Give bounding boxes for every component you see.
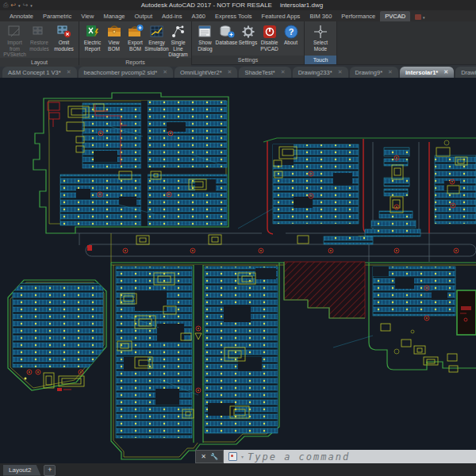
ribbon-tab-bim-360[interactable]: BIM 360 xyxy=(305,11,336,21)
select-mode-button[interactable]: Select Mode xyxy=(307,23,334,52)
ribbon-group-label: Layout xyxy=(0,58,79,67)
omit-modules-button[interactable]: Omit modules xyxy=(52,23,76,52)
recent-commands-caret-icon[interactable]: ▾ xyxy=(241,454,244,459)
file-tab-drawing233[interactable]: Drawing233*✕ xyxy=(293,67,348,78)
building-top-right xyxy=(429,140,476,233)
ribbon-tab-add-ins[interactable]: Add-ins xyxy=(157,11,186,21)
access-road xyxy=(75,233,476,265)
energy-simulation-button[interactable]: Energy Simulation xyxy=(146,23,167,52)
settings-gear-icon xyxy=(240,24,256,40)
ribbon-button-label: Database xyxy=(216,40,238,46)
view-bom-icon xyxy=(106,24,122,40)
file-tab-drawing10[interactable]: Drawing10*✕ xyxy=(455,67,476,78)
file-tab-drawing9[interactable]: Drawing9*✕ xyxy=(350,67,398,78)
ribbon-tab-express-tools[interactable]: Express Tools xyxy=(210,11,257,21)
close-tab-icon[interactable]: ✕ xyxy=(228,69,232,75)
restore-modules-icon xyxy=(32,24,48,40)
disable-pvcad-button[interactable]: Disable PVCAD xyxy=(259,23,280,52)
ribbon-tab-bar: AnnotateParametricViewManageOutputAdd-in… xyxy=(0,10,476,21)
undo-caret-icon[interactable]: ▾ xyxy=(18,3,21,8)
show-dialog-button[interactable]: Show Dialog xyxy=(194,23,216,52)
ribbon-tab-a360[interactable]: A360 xyxy=(186,11,210,21)
ribbon-group-label: Settings xyxy=(192,56,304,64)
export-bom-button[interactable]: Export BOM xyxy=(125,23,146,52)
close-tab-icon[interactable]: ✕ xyxy=(443,69,448,75)
file-tab-label: Drawing233* xyxy=(298,69,332,76)
document-name: intersolar1.dwg xyxy=(280,2,323,9)
new-layout-button[interactable]: + xyxy=(44,465,56,476)
redo-icon: ↪ xyxy=(23,2,29,10)
ribbon-button-label: Single Line Diagram xyxy=(167,40,189,58)
ribbon-button-label: Select Mode xyxy=(307,40,334,52)
ribbon-group-label: Touch xyxy=(305,56,336,64)
single-line-diagram-icon xyxy=(171,24,186,40)
plot-icon[interactable]: ⎙ xyxy=(3,2,8,10)
hatch-exclusion-zone xyxy=(284,262,365,318)
ribbon-button-label: About xyxy=(284,40,298,46)
customize-tools-icon[interactable]: 🔧 xyxy=(210,453,218,460)
ribbon-display-toggle[interactable]: ▾ xyxy=(415,14,425,21)
file-tab-intersolar1[interactable]: intersolar1*✕ xyxy=(400,67,454,78)
file-tab-label: Drawing10* xyxy=(461,69,476,76)
ribbon: Import from PVSketchRestore modulesOmit … xyxy=(0,21,476,64)
close-icon[interactable]: ✕ xyxy=(201,453,206,460)
command-input[interactable]: ▾ Type a command xyxy=(224,450,476,463)
settings-button[interactable]: Settings xyxy=(237,23,259,46)
electric-report-button[interactable]: Electric Report xyxy=(82,23,103,52)
ribbon-button-label: Energy Simulation xyxy=(144,40,168,52)
file-tab-beachcomber-pvcomp2-sld[interactable]: beachcomber pvcomp2 sld*✕ xyxy=(79,67,173,78)
select-mode-icon xyxy=(313,24,328,40)
single-line-diagram-button[interactable]: Single Line Diagram xyxy=(167,23,189,58)
ribbon-button-label: Settings xyxy=(239,40,258,46)
view-bom-button[interactable]: View BOM xyxy=(103,23,125,52)
title-bar: ⎙ ↩ ▾ ↪ ▾ Autodesk AutoCAD 2017 - NOT FO… xyxy=(0,0,476,10)
ribbon-button-label: Disable PVCAD xyxy=(259,40,280,52)
customize-caret-icon[interactable]: ▾ xyxy=(30,3,33,8)
building-middle-column xyxy=(365,142,420,236)
chevron-down-icon: ▾ xyxy=(423,15,425,20)
ribbon-tab-featured-apps[interactable]: Featured Apps xyxy=(257,11,305,21)
ribbon-tab-pvcad[interactable]: PVCAD xyxy=(380,11,410,21)
file-tab-a-m-concept-1-v3[interactable]: A&M Concept 1 V3*✕ xyxy=(2,67,77,78)
about-icon: ? xyxy=(283,24,299,40)
close-tab-icon[interactable]: ✕ xyxy=(67,69,71,75)
ribbon-button-label: Electric Report xyxy=(82,40,103,52)
ribbon-tab-manage[interactable]: Manage xyxy=(98,11,129,21)
file-tab-bar: A&M Concept 1 V3*✕beachcomber pvcomp2 sl… xyxy=(0,64,476,78)
layout-tab-bar: Layout2 + xyxy=(0,463,476,476)
ribbon-state-icon xyxy=(415,14,421,20)
close-tab-icon[interactable]: ✕ xyxy=(338,69,343,75)
file-tab-label: ShadeTest* xyxy=(244,69,274,76)
file-tab-shadetest[interactable]: ShadeTest*✕ xyxy=(239,67,290,78)
command-badge-icon xyxy=(228,452,237,461)
energy-simulation-icon xyxy=(149,24,165,40)
ribbon-group-reports: Electric ReportView BOMExport BOMEnergy … xyxy=(79,21,192,64)
file-tab-omnilightver2[interactable]: OmniLightVer2*✕ xyxy=(175,67,237,78)
close-tab-icon[interactable]: ✕ xyxy=(281,69,286,75)
ribbon-button-label: View BOM xyxy=(103,40,125,52)
database-button[interactable]: Database xyxy=(216,23,237,46)
drawing-canvas[interactable]: ✕ 🔧 ▾ Type a command xyxy=(0,78,476,463)
command-placeholder: Type a command xyxy=(248,451,350,463)
ribbon-tab-view[interactable]: View xyxy=(76,11,98,21)
layout-tab-layout2[interactable]: Layout2 xyxy=(3,465,40,476)
app-title: Autodesk AutoCAD 2017 - NOT FOR RESALE xyxy=(141,2,272,9)
close-tab-icon[interactable]: ✕ xyxy=(388,69,393,75)
ribbon-button-label: Restore modules xyxy=(27,40,52,52)
undo-icon[interactable]: ↩ xyxy=(10,2,16,10)
svg-text:?: ? xyxy=(288,27,294,36)
ribbon-tab-annotate[interactable]: Annotate xyxy=(5,11,38,21)
ribbon-group-touch: Select ModeTouch xyxy=(305,21,337,64)
close-tab-icon[interactable]: ✕ xyxy=(163,69,167,75)
disable-pvcad-icon xyxy=(262,24,278,40)
ribbon-group-layout: Import from PVSketchRestore modulesOmit … xyxy=(0,21,79,64)
site-plan-drawing[interactable] xyxy=(0,78,476,464)
ribbon-tab-parametric[interactable]: Parametric xyxy=(38,11,76,21)
file-tab-label: A&M Concept 1 V3* xyxy=(8,69,61,76)
command-bar: ✕ 🔧 ▾ Type a command xyxy=(195,450,476,463)
about-button[interactable]: ?About xyxy=(280,23,301,46)
ribbon-button-label: Show Dialog xyxy=(194,40,216,52)
ribbon-tab-output[interactable]: Output xyxy=(130,11,158,21)
ribbon-tab-performance[interactable]: Performance xyxy=(336,11,380,21)
file-tab-label: beachcomber pvcomp2 sld* xyxy=(84,69,158,76)
